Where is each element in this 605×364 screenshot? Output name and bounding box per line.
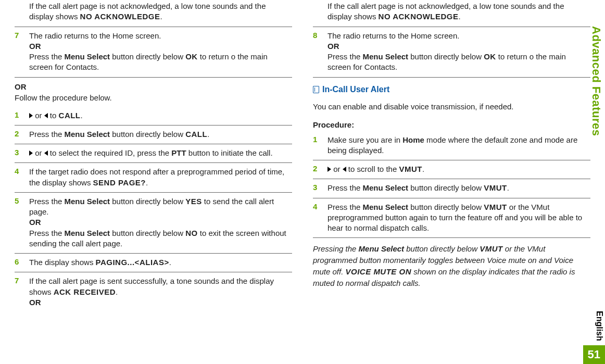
step-b4: 4 If the target radio does not respond a… [15, 163, 292, 193]
section-heading: In-Call User Alert [313, 78, 590, 97]
step-body: Make sure you are in Home mode where the… [327, 135, 590, 156]
step-b7: 7 If the call alert page is sent success… [15, 272, 292, 312]
step-body: or to CALL. [29, 110, 292, 121]
step-body: or to select the required ID, press the … [29, 148, 292, 158]
step-b2: 2 Press the Menu Select button directly … [15, 125, 292, 144]
step-7: 7 The radio returns to the Home screen. … [15, 27, 292, 78]
step-8: 8 The radio returns to the Home screen. … [313, 27, 590, 78]
side-section-label: Advanced Features [589, 26, 603, 136]
step-number: 3 [15, 148, 24, 158]
side-language-label: English [595, 311, 604, 341]
step-b1: 1 or to CALL. [15, 107, 292, 125]
step-number: 7 [15, 31, 24, 73]
step-number: 7 [15, 276, 24, 308]
nav-left-icon [44, 150, 48, 156]
nav-right-icon [327, 167, 331, 172]
continuation-text: If the call alert page is not acknowledg… [15, 1, 292, 27]
step-body: The radio returns to the Home screen. OR… [29, 31, 292, 73]
procedure-label: Procedure: [313, 116, 590, 131]
step-body: If the target radio does not respond aft… [29, 167, 292, 188]
step-body: or to scroll to the VMUT. [327, 164, 590, 174]
step-b6: 6 The display shows PAGING...<ALIAS>. [15, 254, 292, 272]
left-column: If the call alert page is not acknowledg… [15, 0, 292, 312]
step-body: Press the Menu Select button directly be… [29, 196, 292, 249]
result-note: Pressing the Menu Select button directly… [313, 238, 590, 288]
manual-icon [313, 86, 319, 93]
step-body: The display shows PAGING...<ALIAS>. [29, 257, 292, 268]
step-number: 5 [15, 196, 24, 249]
step-body: The radio returns to the Home screen. OR… [327, 31, 590, 73]
step-b3: 3 or to select the required ID, press th… [15, 144, 292, 163]
step-number: 4 [15, 167, 24, 188]
step-p3: 3 Press the Menu Select button directly … [313, 179, 590, 198]
step-body: Press the Menu Select button directly be… [327, 202, 590, 234]
step-p1: 1 Make sure you are in Home mode where t… [313, 131, 590, 161]
step-p4: 4 Press the Menu Select button directly … [313, 198, 590, 239]
step-number: 1 [313, 135, 322, 156]
step-number: 1 [15, 110, 24, 121]
intro-text: You can enable and disable voice transmi… [313, 97, 590, 116]
nav-right-icon [29, 113, 33, 118]
continuation-text: If the call alert page is not acknowledg… [313, 1, 590, 27]
nav-left-icon [343, 167, 346, 172]
step-number: 6 [15, 257, 24, 268]
step-body: Press the Menu Select button directly be… [29, 129, 292, 140]
step-body: Press the Menu Select button directly be… [327, 183, 590, 193]
step-number: 3 [313, 183, 322, 193]
step-number: 8 [313, 31, 322, 73]
or-block: OR Follow the procedure below. [15, 78, 292, 107]
nav-right-icon [29, 150, 33, 156]
nav-left-icon [44, 113, 48, 118]
step-number: 2 [313, 164, 322, 174]
step-p2: 2 or to scroll to the VMUT. [313, 160, 590, 179]
step-number: 2 [15, 129, 24, 140]
page-number: 51 [583, 345, 605, 364]
step-b5: 5 Press the Menu Select button directly … [15, 193, 292, 254]
step-body: If the call alert page is sent successfu… [29, 276, 292, 308]
step-number: 4 [313, 202, 322, 234]
content-columns: If the call alert page is not acknowledg… [15, 0, 590, 312]
right-column: If the call alert page is not acknowledg… [313, 0, 590, 312]
